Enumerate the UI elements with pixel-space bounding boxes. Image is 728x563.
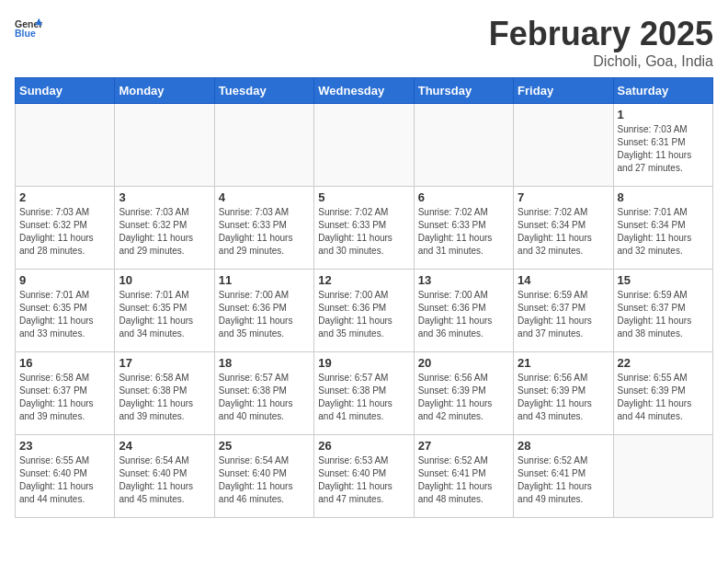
day-header-sunday: Sunday [16, 78, 115, 104]
day-header-saturday: Saturday [613, 78, 712, 104]
day-number: 11 [219, 273, 310, 287]
calendar-cell [214, 104, 313, 187]
day-header-thursday: Thursday [414, 78, 513, 104]
day-info: Sunrise: 7:03 AM Sunset: 6:33 PM Dayligh… [219, 206, 310, 258]
calendar-cell [16, 104, 115, 187]
location-title: Dicholi, Goa, India [489, 53, 713, 70]
day-info: Sunrise: 7:03 AM Sunset: 6:32 PM Dayligh… [119, 206, 210, 258]
calendar-cell: 22Sunrise: 6:55 AM Sunset: 6:39 PM Dayli… [613, 352, 712, 435]
day-info: Sunrise: 7:02 AM Sunset: 6:33 PM Dayligh… [318, 206, 409, 258]
day-number: 1 [618, 108, 709, 121]
day-info: Sunrise: 6:57 AM Sunset: 6:38 PM Dayligh… [219, 372, 310, 423]
calendar-week-row: 1Sunrise: 7:03 AM Sunset: 6:31 PM Daylig… [16, 104, 713, 187]
calendar-cell: 13Sunrise: 7:00 AM Sunset: 6:36 PM Dayli… [414, 270, 513, 352]
day-info: Sunrise: 7:00 AM Sunset: 6:36 PM Dayligh… [219, 289, 310, 340]
calendar-cell: 26Sunrise: 6:53 AM Sunset: 6:40 PM Dayli… [314, 435, 414, 518]
calendar-cell: 14Sunrise: 6:59 AM Sunset: 6:37 PM Dayli… [514, 270, 613, 352]
calendar-cell: 12Sunrise: 7:00 AM Sunset: 6:36 PM Dayli… [314, 270, 414, 352]
day-info: Sunrise: 6:57 AM Sunset: 6:38 PM Dayligh… [318, 372, 409, 423]
day-info: Sunrise: 6:56 AM Sunset: 6:39 PM Dayligh… [418, 372, 509, 423]
day-info: Sunrise: 7:00 AM Sunset: 6:36 PM Dayligh… [318, 289, 409, 340]
day-info: Sunrise: 7:01 AM Sunset: 6:35 PM Dayligh… [119, 289, 210, 340]
calendar-cell [414, 104, 513, 187]
day-number: 22 [618, 356, 709, 370]
calendar-cell: 24Sunrise: 6:54 AM Sunset: 6:40 PM Dayli… [115, 435, 214, 518]
day-info: Sunrise: 7:02 AM Sunset: 6:34 PM Dayligh… [518, 206, 609, 258]
calendar-week-row: 16Sunrise: 6:58 AM Sunset: 6:37 PM Dayli… [16, 352, 713, 435]
calendar-cell: 9Sunrise: 7:01 AM Sunset: 6:35 PM Daylig… [16, 270, 115, 352]
day-number: 3 [119, 190, 210, 204]
day-number: 6 [418, 190, 509, 204]
day-number: 12 [318, 273, 409, 287]
day-info: Sunrise: 6:54 AM Sunset: 6:40 PM Dayligh… [219, 454, 310, 506]
day-number: 15 [618, 273, 709, 287]
calendar-cell: 11Sunrise: 7:00 AM Sunset: 6:36 PM Dayli… [214, 270, 313, 352]
day-number: 8 [618, 190, 709, 204]
day-info: Sunrise: 6:53 AM Sunset: 6:40 PM Dayligh… [318, 454, 409, 506]
day-header-wednesday: Wednesday [314, 78, 414, 104]
calendar-cell [613, 435, 712, 518]
calendar-cell: 19Sunrise: 6:57 AM Sunset: 6:38 PM Dayli… [314, 352, 414, 435]
day-info: Sunrise: 7:01 AM Sunset: 6:35 PM Dayligh… [19, 289, 110, 340]
day-number: 13 [418, 273, 509, 287]
calendar-header-row: SundayMondayTuesdayWednesdayThursdayFrid… [16, 78, 713, 104]
day-header-friday: Friday [514, 78, 613, 104]
day-header-monday: Monday [115, 78, 214, 104]
calendar-cell: 25Sunrise: 6:54 AM Sunset: 6:40 PM Dayli… [214, 435, 313, 518]
calendar-cell: 7Sunrise: 7:02 AM Sunset: 6:34 PM Daylig… [514, 187, 613, 270]
day-number: 7 [518, 190, 609, 204]
day-info: Sunrise: 6:54 AM Sunset: 6:40 PM Dayligh… [119, 454, 210, 506]
day-number: 19 [318, 356, 409, 370]
day-info: Sunrise: 7:03 AM Sunset: 6:31 PM Dayligh… [618, 123, 709, 175]
calendar-cell [115, 104, 214, 187]
calendar-cell: 5Sunrise: 7:02 AM Sunset: 6:33 PM Daylig… [314, 187, 414, 270]
title-block: February 2025 Dicholi, Goa, India [489, 15, 713, 70]
calendar-week-row: 23Sunrise: 6:55 AM Sunset: 6:40 PM Dayli… [16, 435, 713, 518]
calendar-cell: 8Sunrise: 7:01 AM Sunset: 6:34 PM Daylig… [613, 187, 712, 270]
month-title: February 2025 [489, 15, 713, 53]
calendar-cell: 21Sunrise: 6:56 AM Sunset: 6:39 PM Dayli… [514, 352, 613, 435]
day-number: 20 [418, 356, 509, 370]
day-number: 4 [219, 190, 310, 204]
calendar-cell: 15Sunrise: 6:59 AM Sunset: 6:37 PM Dayli… [613, 270, 712, 352]
svg-text:Blue: Blue [15, 28, 36, 39]
calendar-week-row: 9Sunrise: 7:01 AM Sunset: 6:35 PM Daylig… [16, 270, 713, 352]
day-number: 9 [19, 273, 110, 287]
calendar-cell: 10Sunrise: 7:01 AM Sunset: 6:35 PM Dayli… [115, 270, 214, 352]
calendar-cell: 4Sunrise: 7:03 AM Sunset: 6:33 PM Daylig… [214, 187, 313, 270]
calendar-cell: 6Sunrise: 7:02 AM Sunset: 6:33 PM Daylig… [414, 187, 513, 270]
day-number: 10 [119, 273, 210, 287]
day-number: 28 [518, 439, 609, 453]
calendar-cell: 27Sunrise: 6:52 AM Sunset: 6:41 PM Dayli… [414, 435, 513, 518]
day-info: Sunrise: 6:56 AM Sunset: 6:39 PM Dayligh… [518, 372, 609, 423]
day-number: 14 [518, 273, 609, 287]
day-number: 27 [418, 439, 509, 453]
day-number: 26 [318, 439, 409, 453]
day-info: Sunrise: 7:00 AM Sunset: 6:36 PM Dayligh… [418, 289, 509, 340]
day-info: Sunrise: 6:55 AM Sunset: 6:39 PM Dayligh… [618, 372, 709, 423]
day-number: 18 [219, 356, 310, 370]
calendar-cell: 1Sunrise: 7:03 AM Sunset: 6:31 PM Daylig… [613, 104, 712, 187]
day-number: 16 [19, 356, 110, 370]
day-info: Sunrise: 6:58 AM Sunset: 6:38 PM Dayligh… [119, 372, 210, 423]
calendar-table: SundayMondayTuesdayWednesdayThursdayFrid… [15, 77, 713, 518]
calendar-cell: 23Sunrise: 6:55 AM Sunset: 6:40 PM Dayli… [16, 435, 115, 518]
logo: General Blue [15, 15, 42, 42]
calendar-cell: 17Sunrise: 6:58 AM Sunset: 6:38 PM Dayli… [115, 352, 214, 435]
day-info: Sunrise: 7:03 AM Sunset: 6:32 PM Dayligh… [19, 206, 110, 258]
day-info: Sunrise: 7:02 AM Sunset: 6:33 PM Dayligh… [418, 206, 509, 258]
calendar-cell: 18Sunrise: 6:57 AM Sunset: 6:38 PM Dayli… [214, 352, 313, 435]
day-number: 5 [318, 190, 409, 204]
day-number: 2 [19, 190, 110, 204]
calendar-cell [314, 104, 414, 187]
day-info: Sunrise: 6:59 AM Sunset: 6:37 PM Dayligh… [518, 289, 609, 340]
day-header-tuesday: Tuesday [214, 78, 313, 104]
day-number: 23 [19, 439, 110, 453]
day-number: 24 [119, 439, 210, 453]
calendar-cell: 2Sunrise: 7:03 AM Sunset: 6:32 PM Daylig… [16, 187, 115, 270]
calendar-cell: 16Sunrise: 6:58 AM Sunset: 6:37 PM Dayli… [16, 352, 115, 435]
day-number: 21 [518, 356, 609, 370]
calendar-cell: 3Sunrise: 7:03 AM Sunset: 6:32 PM Daylig… [115, 187, 214, 270]
day-info: Sunrise: 6:55 AM Sunset: 6:40 PM Dayligh… [19, 454, 110, 506]
calendar-week-row: 2Sunrise: 7:03 AM Sunset: 6:32 PM Daylig… [16, 187, 713, 270]
